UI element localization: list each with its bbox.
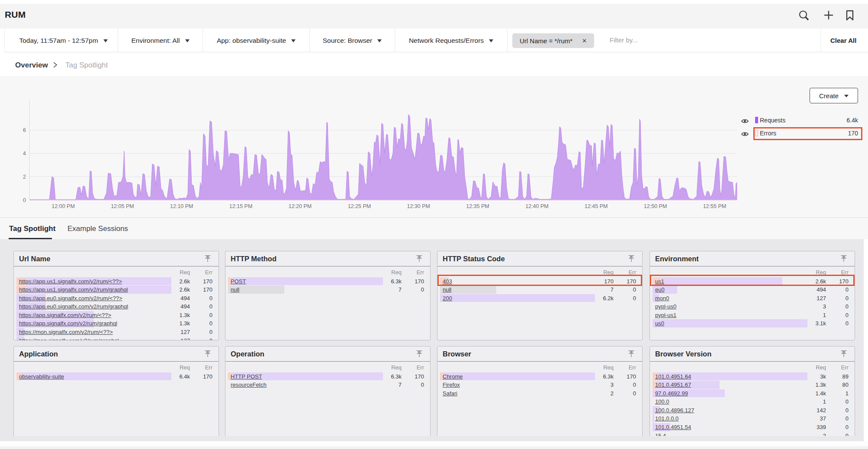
- svg-text:4: 4: [23, 151, 26, 157]
- svg-text:12:55 PM: 12:55 PM: [703, 203, 727, 209]
- svg-text:12:20 PM: 12:20 PM: [289, 203, 312, 209]
- svg-text:12:35 PM: 12:35 PM: [466, 203, 489, 209]
- svg-text:12:50 PM: 12:50 PM: [644, 203, 667, 209]
- svg-text:12:05 PM: 12:05 PM: [111, 203, 134, 209]
- svg-text:0: 0: [23, 197, 26, 203]
- svg-text:2: 2: [23, 174, 26, 180]
- svg-text:12:25 PM: 12:25 PM: [348, 203, 371, 209]
- svg-text:12:00 PM: 12:00 PM: [51, 203, 75, 209]
- svg-text:12:10 PM: 12:10 PM: [170, 203, 193, 209]
- svg-text:12:15 PM: 12:15 PM: [229, 203, 253, 209]
- svg-text:12:45 PM: 12:45 PM: [585, 203, 608, 209]
- svg-text:12:40 PM: 12:40 PM: [525, 203, 549, 209]
- svg-text:12:30 PM: 12:30 PM: [407, 203, 430, 209]
- svg-text:6: 6: [23, 127, 26, 133]
